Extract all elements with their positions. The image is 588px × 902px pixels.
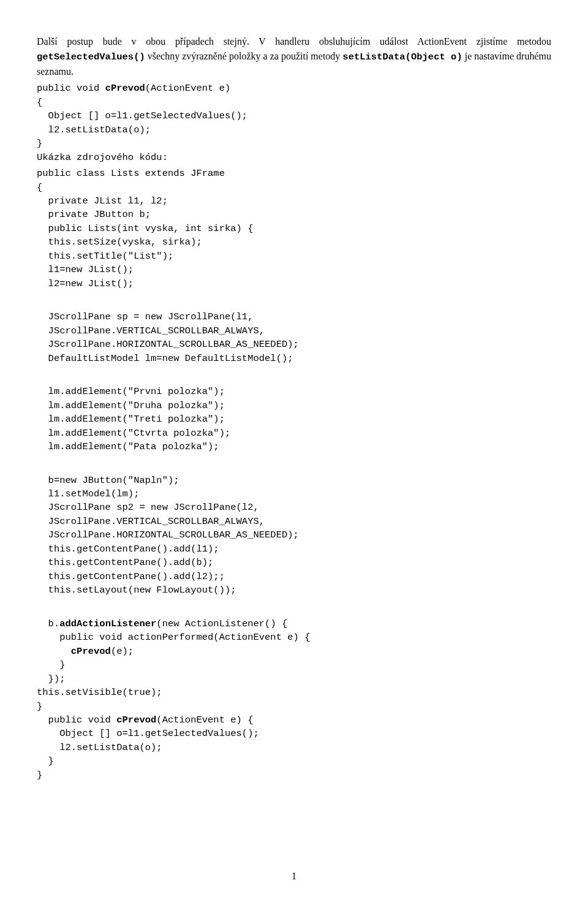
code-line: Object [] o=l1.getSelectedValues(); [37, 110, 247, 121]
code-line: b=new JButton("Napln"); [37, 475, 179, 486]
code-line: lm.addElement("Ctvrta polozka"); [37, 428, 230, 439]
code-line: } [37, 770, 42, 781]
para-text: všechny zvýrazněné položky a za použití … [145, 51, 343, 61]
code-line: { [37, 97, 42, 108]
para-text: Další postup bude v obou případech stejn… [37, 36, 551, 47]
code-line: this.setSize(vyska, sirka); [37, 237, 202, 248]
method-name-1: getSelectedValues() [37, 51, 145, 63]
code-line: JScrollPane.VERTICAL_SCROLLBAR_ALWAYS, [37, 516, 265, 527]
code-line: lm.addElement("Pata polozka"); [37, 441, 219, 452]
code-snippet-6: b.addActionListener(new ActionListener()… [37, 617, 551, 783]
method-name-2: setListData(Object o) [342, 51, 462, 63]
code-line: Ukázka zdrojového kódu: [37, 152, 168, 163]
code-line: cPrevod(e); [37, 646, 134, 657]
code-line: public void actionPerformed(ActionEvent … [37, 632, 310, 643]
code-line: }); [37, 673, 66, 684]
code-line: b.addActionListener(new ActionListener()… [37, 618, 287, 629]
code-line: JScrollPane sp2 = new JScrollPane(l2, [37, 502, 259, 513]
code-line: l2.setListData(o); [37, 124, 151, 135]
code-line: public void cPrevod(ActionEvent e) { [37, 714, 254, 726]
code-line: this.setLayout(new FlowLayout()); [37, 585, 236, 596]
code-line: } [37, 701, 42, 712]
code-line: { [37, 182, 42, 193]
code-line: public Lists(int vyska, int sirka) { [37, 223, 253, 234]
code-snippet-4: lm.addElement("Prvni polozka"); lm.addEl… [37, 385, 551, 453]
code-line: DefaultListModel lm=new DefaultListModel… [37, 353, 293, 364]
code-line: this.getContentPane().add(l1); [37, 544, 219, 555]
code-line: private JButton b; [37, 209, 151, 220]
code-line: lm.addElement("Prvni polozka"); [37, 386, 225, 397]
code-line: this.setTitle("List"); [37, 251, 173, 262]
code-snippet-1: public void cPrevod(ActionEvent e) { Obj… [37, 81, 551, 164]
code-line: } [37, 138, 42, 149]
code-snippet-5: b=new JButton("Napln"); l1.setModel(lm);… [37, 474, 551, 597]
code-line: this.getContentPane().add(l2);; [37, 571, 225, 582]
code-line: public void cPrevod(ActionEvent e) [37, 83, 230, 94]
code-line: lm.addElement("Druha polozka"); [37, 400, 225, 411]
page-number: 1 [0, 869, 588, 884]
code-line: JScrollPane sp = new JScrollPane(l1, [37, 311, 253, 322]
code-line: l2=new JList(); [37, 278, 134, 289]
code-line: JScrollPane.HORIZONTAL_SCROLLBAR_AS_NEED… [37, 339, 299, 350]
code-line: lm.addElement("Treti polozka"); [37, 414, 225, 425]
code-line: JScrollPane.VERTICAL_SCROLLBAR_ALWAYS, [37, 325, 265, 336]
code-snippet-2: public class Lists extends JFrame { priv… [37, 167, 551, 290]
code-line: this.setVisible(true); [37, 687, 162, 698]
code-line: public class Lists extends JFrame [37, 168, 225, 179]
code-line: l2.setListData(o); [37, 742, 162, 753]
code-line: l1=new JList(); [37, 264, 134, 275]
code-line: l1.setModel(lm); [37, 488, 139, 499]
code-snippet-3: JScrollPane sp = new JScrollPane(l1, JSc… [37, 310, 551, 365]
intro-paragraph: Další postup bude v obou případech stejn… [37, 34, 551, 79]
code-line: } [37, 756, 54, 767]
code-line: } [37, 659, 66, 670]
code-line: this.getContentPane().add(b); [37, 557, 213, 568]
code-line: Object [] o=l1.getSelectedValues(); [37, 728, 259, 739]
code-line: JScrollPane.HORIZONTAL_SCROLLBAR_AS_NEED… [37, 529, 299, 540]
code-line: private JList l1, l2; [37, 195, 168, 207]
